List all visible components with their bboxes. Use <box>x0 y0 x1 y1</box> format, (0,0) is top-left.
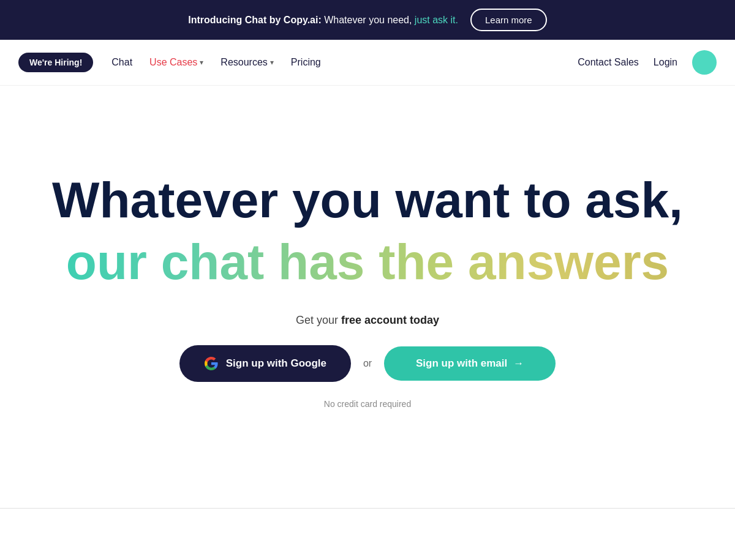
hero-section: Whatever you want to ask, our chat has t… <box>0 86 735 483</box>
nav-link-use-cases[interactable]: Use Cases ▾ <box>149 57 203 68</box>
chevron-down-icon: ▾ <box>200 58 203 67</box>
learn-more-button[interactable]: Learn more <box>470 9 547 31</box>
announcement-main: Whatever you need, <box>324 15 415 25</box>
bottom-divider <box>0 508 735 509</box>
hero-title-line2: our chat has the answers <box>66 234 669 289</box>
nav-link-resources[interactable]: Resources ▾ <box>221 57 273 68</box>
google-icon <box>204 356 219 371</box>
hero-cta-text: Get your free account today <box>296 314 439 327</box>
navbar: We're Hiring! Chat Use Cases ▾ Resources… <box>0 40 735 86</box>
cta-buttons: Sign up with Google or Sign up with emai… <box>179 345 556 382</box>
nav-left: We're Hiring! Chat Use Cases ▾ Resources… <box>18 53 578 72</box>
arrow-right-icon: → <box>513 357 524 370</box>
nav-right: Contact Sales Login <box>578 50 717 75</box>
no-credit-card-text: No credit card required <box>324 399 411 409</box>
nav-links: Chat Use Cases ▾ Resources ▾ Pricing <box>111 57 320 68</box>
announcement-intro: Introducing Chat by Copy.ai: <box>188 15 321 25</box>
nav-link-pricing[interactable]: Pricing <box>291 57 321 68</box>
hiring-badge[interactable]: We're Hiring! <box>18 53 93 72</box>
google-signup-button[interactable]: Sign up with Google <box>179 345 351 382</box>
announcement-highlight: just ask it. <box>415 15 458 25</box>
avatar[interactable] <box>692 50 717 75</box>
hero-title-line1: Whatever you want to ask, <box>52 173 683 228</box>
nav-link-chat[interactable]: Chat <box>111 57 132 68</box>
email-signup-button[interactable]: Sign up with email → <box>384 346 556 381</box>
contact-sales-link[interactable]: Contact Sales <box>578 57 639 68</box>
announcement-text: Introducing Chat by Copy.ai: Whatever yo… <box>188 15 458 26</box>
chevron-down-icon: ▾ <box>270 58 274 67</box>
announcement-banner: Introducing Chat by Copy.ai: Whatever yo… <box>0 0 735 40</box>
or-text: or <box>363 358 372 369</box>
login-link[interactable]: Login <box>654 57 677 68</box>
